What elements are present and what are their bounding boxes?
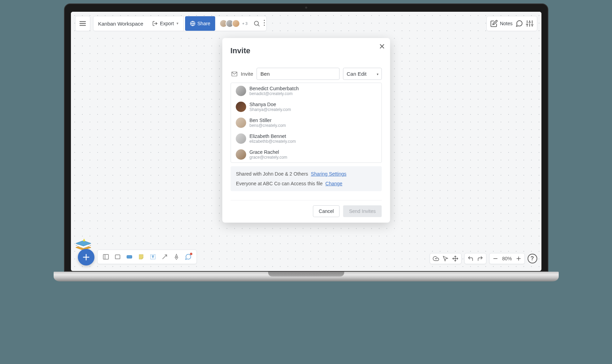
- svg-line-33: [163, 255, 167, 259]
- suggestion-email: elizabethb@creately.com: [249, 139, 296, 144]
- suggestions-dropdown: Benedict Cumberbatch benadict@creately.c…: [230, 83, 382, 163]
- card-tool-icon[interactable]: [125, 252, 134, 262]
- sharing-settings-link[interactable]: Sharing Settings: [311, 171, 347, 177]
- zoom-level: 80%: [501, 256, 512, 261]
- help-button[interactable]: ?: [528, 254, 537, 263]
- suggestion-email: grace@creately.com: [249, 155, 287, 160]
- text-tool-icon[interactable]: T: [148, 252, 158, 262]
- suggestion-name: Grace Rachel: [249, 149, 287, 155]
- arrow-tool-icon[interactable]: [160, 252, 170, 262]
- avatar: [236, 102, 246, 112]
- panel-tool-icon[interactable]: [101, 252, 111, 262]
- svg-point-8: [264, 20, 265, 21]
- suggestion-name: Shanya Doe: [249, 102, 291, 107]
- zoom-in-button[interactable]: [515, 255, 522, 262]
- svg-rect-29: [115, 255, 120, 259]
- more-options-button[interactable]: [262, 20, 266, 27]
- avatar: [232, 19, 240, 28]
- invite-label: Invite: [241, 71, 253, 77]
- svg-point-34: [176, 257, 177, 258]
- suggestion-item[interactable]: Grace Rachel grace@creately.com: [231, 147, 381, 162]
- collaborator-avatars[interactable]: + 3: [217, 19, 251, 28]
- avatar: [236, 118, 246, 128]
- shared-with-text: Shared with John Doe & 2 Others: [236, 171, 308, 177]
- workspace-title: Kanban Workspace: [93, 21, 148, 27]
- cloud-sync-icon[interactable]: [432, 255, 440, 262]
- suggestion-email: benadict@creately.com: [249, 91, 299, 96]
- export-icon: [152, 21, 158, 26]
- edit-icon: [490, 20, 498, 27]
- svg-line-7: [258, 25, 259, 26]
- settings-icon[interactable]: [526, 20, 533, 27]
- notes-button[interactable]: Notes: [490, 20, 513, 27]
- menu-button[interactable]: [75, 16, 90, 31]
- invite-input[interactable]: [257, 68, 339, 80]
- shape-toolbar: T: [97, 250, 197, 264]
- sharing-info-panel: Shared with John Doe & 2 Others Sharing …: [230, 166, 382, 191]
- suggestion-email: Shanya@creately.com: [249, 107, 291, 112]
- rectangle-tool-icon[interactable]: [113, 252, 122, 262]
- suggestion-name: Elizabeth Bennet: [249, 133, 296, 139]
- move-tool-icon[interactable]: [451, 255, 459, 262]
- globe-icon: [190, 21, 195, 26]
- svg-rect-27: [103, 254, 108, 259]
- right-tools: Notes: [486, 16, 537, 31]
- svg-text:T: T: [152, 255, 154, 259]
- chat-tool-icon[interactable]: [183, 252, 193, 262]
- change-access-link[interactable]: Change: [326, 181, 342, 186]
- modal-title: Invite: [230, 46, 382, 55]
- zoom-out-button[interactable]: [492, 255, 499, 262]
- add-button[interactable]: [78, 249, 94, 265]
- mail-icon: [230, 71, 238, 77]
- redo-button[interactable]: [476, 255, 484, 262]
- undo-button[interactable]: [467, 255, 474, 262]
- permission-select[interactable]: Can Edit: [343, 68, 382, 80]
- suggestion-item[interactable]: Benedict Cumberbatch benadict@creately.c…: [231, 83, 381, 99]
- laptop-frame: Kanban Workspace Export ▼ Share: [64, 3, 548, 281]
- cursor-tool-icon[interactable]: [442, 255, 449, 262]
- avatar: [236, 133, 246, 144]
- svg-point-10: [264, 25, 265, 26]
- notification-dot-icon: [190, 253, 192, 255]
- bottom-right-controls: 80% ?: [430, 253, 537, 264]
- search-icon[interactable]: [253, 20, 260, 27]
- note-tool-icon[interactable]: [136, 252, 146, 262]
- svg-rect-30: [127, 255, 132, 258]
- svg-point-9: [264, 22, 265, 24]
- plus-icon: [82, 253, 90, 261]
- additional-collaborators-count: + 3: [241, 21, 249, 26]
- export-button[interactable]: Export ▼: [148, 16, 183, 31]
- avatar: [236, 86, 246, 96]
- suggestion-item[interactable]: Ben Stiller bens@creately.com: [231, 115, 381, 131]
- top-toolbar: Kanban Workspace Export ▼ Share: [75, 16, 537, 31]
- comment-icon[interactable]: [515, 20, 523, 27]
- svg-marker-24: [83, 239, 85, 241]
- close-button[interactable]: ✕: [379, 42, 385, 51]
- invite-modal: ✕ Invite Invite Can Edit: [222, 38, 390, 223]
- suggestion-item[interactable]: Shanya Doe Shanya@creately.com: [231, 99, 381, 115]
- cancel-button[interactable]: Cancel: [313, 205, 340, 217]
- share-button[interactable]: Share: [185, 16, 215, 31]
- suggestion-name: Ben Stiller: [249, 118, 286, 123]
- svg-point-6: [254, 21, 258, 25]
- chevron-down-icon: ▼: [176, 22, 179, 25]
- suggestion-item[interactable]: Elizabeth Bennet elizabethb@creately.com: [231, 131, 381, 147]
- avatar: [236, 149, 246, 160]
- suggestion-email: bens@creately.com: [249, 123, 286, 128]
- pen-tool-icon[interactable]: [172, 252, 181, 262]
- send-invites-button[interactable]: Send Invites: [343, 205, 382, 217]
- org-access-text: Everyone at ABC Co can Access this file: [236, 181, 323, 186]
- suggestion-name: Benedict Cumberbatch: [249, 86, 299, 91]
